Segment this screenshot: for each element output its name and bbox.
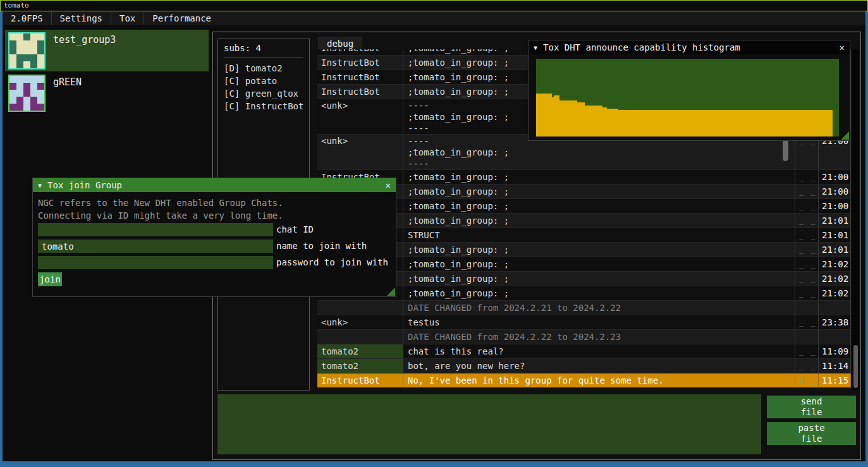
message-sender: InstructBot [317,70,403,85]
group-name: test_group3 [53,34,116,45]
table-row[interactable]: InstructBot;tomato_in_group: ;_ _21:00 [317,199,851,214]
message-scrollbar-thumb[interactable] [783,140,788,161]
message-flags: d _ [795,373,819,388]
avatar-pixel [16,33,23,40]
avatar-pixel [37,40,44,47]
avatar-pixel [16,104,23,111]
table-row[interactable]: InstructBotSTRUCT_ _21:01 [317,228,851,243]
dht-histogram-plot [536,59,839,136]
paste-file-button[interactable]: paste file [767,422,856,445]
table-row[interactable]: <unk>testus_ _23:38 [317,315,851,330]
message-text: ;tomato_in_group: ; [403,199,795,214]
message-sender: InstructBot [317,56,403,70]
table-row[interactable]: DATE CHANGED from 2024.2.21 to 2024.2.22 [317,301,851,315]
join-field-name-to-join-with[interactable] [38,240,273,253]
avatar-pixel [37,33,44,40]
avatar-pixel [9,47,16,54]
table-row[interactable]: InstructBot;tomato_in_group: ;_ _21:02 [317,286,851,301]
table-row[interactable]: InstructBot;tomato_in_group: ;_ _21:02 [317,257,851,272]
join-field-password-to-join-with[interactable] [38,256,273,269]
screen: tomato 2.0FPSSettingsToxPerformance test… [0,0,868,467]
avatar-pixel [9,90,16,97]
join-group-dialog: ▼ Tox join Group ✕ NGC refers to the New… [32,178,396,297]
avatar-pixel [37,104,44,111]
histogram-bar [577,102,585,136]
message-sender: InstructBot [317,373,403,388]
message-timestamp: 21:00 [819,170,851,185]
avatar-pixel [30,47,37,54]
avatar-pixel [23,47,30,54]
sidebar-item-gREEN[interactable]: gREEN [5,72,209,114]
resize-grip-icon[interactable] [387,288,395,296]
avatar-pixel [37,83,44,90]
table-row[interactable]: InstructBotNo, I've been in this group f… [317,373,851,388]
send-file-button[interactable]: send file [767,396,856,418]
resize-grip-icon[interactable] [841,131,849,140]
table-row[interactable]: InstructBot;tomato_in_group: ;_ _21:00 [317,185,851,199]
message-text: ;tomato_in_group: ; [403,257,795,272]
menu-bar: 2.0FPSSettingsToxPerformance [3,11,865,25]
join-field-chat-id[interactable] [38,223,273,236]
avatar-pixel [37,90,44,97]
message-timestamp: 21:00 [819,185,851,199]
table-row[interactable]: tomato2bot, are you new here?_ _11:14 [317,359,851,373]
os-titlebar[interactable]: tomato [0,0,868,11]
table-row[interactable]: tomato2chat is this real?_ _11:09 [317,344,851,359]
avatar-pixel [9,33,16,40]
dht-histogram-titlebar[interactable]: ▼ Tox DHT announce capability histogram … [529,40,850,54]
message-flags: _ _ [795,185,819,199]
collapse-arrow-icon[interactable]: ▼ [38,182,42,189]
menu-item-tox[interactable]: Tox [111,11,144,25]
chat-scrollbar[interactable] [852,49,859,390]
message-text: DATE CHANGED from 2024.2.21 to 2024.2.22 [403,301,795,315]
join-group-description-line: NGC refers to the New DHT enabled Group … [38,197,283,209]
table-row[interactable]: InstructBot;tomato_in_group: ;_ _21:01 [317,243,851,257]
table-row[interactable]: InstructBot;tomato_in_group: ;_ _21:02 [317,272,851,286]
message-flags: _ _ [795,272,819,286]
table-row[interactable]: DATE CHANGED from 2024.2.22 to 2024.2.23 [317,330,851,344]
table-row[interactable]: InstructBot;tomato_in_group: ;_ _21:00 [317,170,851,185]
menu-item-2-0fps[interactable]: 2.0FPS [3,11,51,25]
message-text: ;tomato_in_group: ; [403,170,795,185]
avatar-pixel [9,61,16,68]
dht-histogram-window: ▼ Tox DHT announce capability histogram … [528,40,850,141]
message-timestamp: 11:09 [819,344,851,359]
message-timestamp: 11:14 [819,359,851,373]
message-text: ;tomato_in_group: ; [403,272,795,286]
close-icon[interactable]: ✕ [840,42,845,52]
join-group-titlebar[interactable]: ▼ Tox join Group ✕ [33,178,396,192]
message-flags: _ _ [795,199,819,214]
histogram-bar [559,100,577,136]
histogram-bar [585,106,602,136]
member-item[interactable]: [D] tomato2 [224,62,303,75]
member-item[interactable]: [C] InstructBot [224,100,303,112]
avatar-pixel [16,47,23,54]
message-flags: _ _ [795,170,819,185]
message-text: No, I've been in this group for quite so… [403,373,795,388]
avatar-pixels [9,33,44,68]
message-timestamp: 21:02 [819,257,851,272]
avatar-pixel [30,40,37,47]
table-row[interactable]: InstructBot;tomato_in_group: ;_ _21:01 [317,214,851,228]
avatar-pixel [23,83,30,90]
member-item[interactable]: [C] green_qtox [224,87,303,100]
join-button[interactable]: join [38,272,62,286]
chat-scrollbar-thumb[interactable] [853,345,858,388]
avatar-pixel [30,61,37,68]
member-item[interactable]: [C] potato [224,75,303,87]
avatar-pixel [30,104,37,111]
message-input[interactable] [217,394,761,454]
histogram-bar [618,110,833,136]
histogram-bar [602,107,607,136]
avatar-pixel [23,104,30,111]
histogram-bar [607,109,618,136]
message-timestamp: 21:02 [819,286,851,301]
message-text: ;tomato_in_group: ; [403,185,795,199]
collapse-arrow-icon[interactable]: ▼ [534,44,537,51]
close-icon[interactable]: ✕ [386,180,391,190]
menu-item-settings[interactable]: Settings [52,11,111,25]
sidebar-item-test_group3[interactable]: test_group3 [5,30,209,71]
avatar-pixel [16,61,23,68]
avatar-pixel [23,90,30,97]
menu-item-performance[interactable]: Performance [144,11,219,25]
